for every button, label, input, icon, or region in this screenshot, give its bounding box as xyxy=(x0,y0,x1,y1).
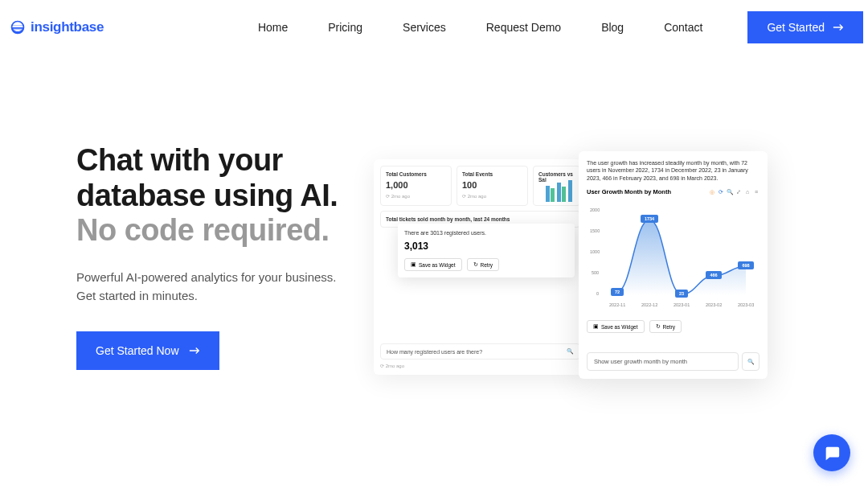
chat-widget-button[interactable] xyxy=(813,434,850,471)
main-nav: Home Pricing Services Request Demo Blog … xyxy=(258,21,703,34)
arrow-right-icon xyxy=(189,347,200,355)
hero-title-line1: Chat with your xyxy=(76,143,283,177)
mini-bar-chart xyxy=(544,178,576,202)
arrow-right-icon xyxy=(833,23,844,31)
chart-save-widget-button[interactable]: ▣ Save as Widget xyxy=(587,320,645,333)
get-started-button[interactable]: Get Started xyxy=(747,11,863,43)
nav-pricing[interactable]: Pricing xyxy=(328,21,362,34)
svg-text:698: 698 xyxy=(742,263,749,268)
stat-card-customers: Total Customers 1,000 ⟳ 2mo ago xyxy=(380,166,452,206)
expand-icon[interactable]: ⤢ xyxy=(735,189,742,195)
svg-text:1500: 1500 xyxy=(590,228,600,233)
logo[interactable]: insightbase xyxy=(10,19,104,35)
svg-text:466: 466 xyxy=(710,273,717,277)
chart-svg: 2000 1500 1000 500 0 2022-11 2022-12 202… xyxy=(587,200,760,313)
svg-text:1000: 1000 xyxy=(590,249,600,254)
nav-contact[interactable]: Contact xyxy=(664,21,702,34)
search-icon: 🔍 xyxy=(567,348,574,355)
svg-text:2022-11: 2022-11 xyxy=(609,302,625,307)
svg-text:2023-03: 2023-03 xyxy=(738,302,754,307)
svg-text:0: 0 xyxy=(596,291,599,296)
get-started-now-label: Get Started Now xyxy=(96,344,179,357)
chat-icon xyxy=(823,444,841,462)
logo-text: insightbase xyxy=(31,19,104,35)
svg-text:2000: 2000 xyxy=(590,208,600,212)
dashboard-footer-meta: ⟳ 2mo ago xyxy=(380,363,580,368)
save-as-widget-button[interactable]: ▣ Save as Widget xyxy=(404,258,462,271)
svg-rect-1 xyxy=(551,188,555,202)
svg-rect-2 xyxy=(557,183,561,202)
svg-text:500: 500 xyxy=(592,270,599,275)
nav-request-demo[interactable]: Request Demo xyxy=(486,21,561,34)
svg-text:23: 23 xyxy=(679,291,684,296)
hero-subtitle: No code required. xyxy=(76,213,330,247)
chart-toolbar: ◎ ⟳ 🔍 ⤢ ⌂ ≡ xyxy=(709,189,760,195)
svg-text:2023-02: 2023-02 xyxy=(706,302,722,307)
dashboard-query-input[interactable]: How many registered users are there? 🔍 xyxy=(380,343,580,360)
chart-description: The user growth has increased steadily m… xyxy=(587,159,760,182)
nav-blog[interactable]: Blog xyxy=(601,21,624,34)
target-icon[interactable]: ◎ xyxy=(709,189,715,195)
answer-value: 3,013 xyxy=(404,240,568,252)
answer-text: There are 3013 registered users. xyxy=(404,230,568,236)
svg-rect-4 xyxy=(568,180,572,202)
hero-illustration: Total Customers 1,000 ⟳ 2mo ago Total Ev… xyxy=(374,143,800,433)
get-started-label: Get Started xyxy=(767,21,825,34)
chart-search-button[interactable]: 🔍 xyxy=(742,352,760,371)
search-icon[interactable]: 🔍 xyxy=(727,189,733,195)
svg-text:1734: 1734 xyxy=(645,216,655,221)
stat-card-bars: Customers vs Sal xyxy=(533,166,580,206)
svg-rect-0 xyxy=(546,186,550,202)
get-started-now-button[interactable]: Get Started Now xyxy=(76,331,219,370)
svg-text:2022-12: 2022-12 xyxy=(641,302,657,307)
svg-rect-3 xyxy=(562,187,566,202)
nav-home[interactable]: Home xyxy=(258,21,288,34)
logo-icon xyxy=(10,19,26,35)
chart-query-input[interactable]: Show user growth month by month xyxy=(587,352,739,371)
hero-copy: Chat with your database using AI. No cod… xyxy=(76,143,366,433)
svg-text:2023-01: 2023-01 xyxy=(674,302,690,307)
hero-title: Chat with your database using AI. No cod… xyxy=(76,143,366,249)
home-icon[interactable]: ⌂ xyxy=(744,189,751,195)
answer-modal: There are 3013 registered users. 3,013 ▣… xyxy=(398,224,575,277)
retry-button[interactable]: ↻ Retry xyxy=(467,258,500,271)
hero-paragraph: Powerful AI-powered analytics for your b… xyxy=(76,268,366,306)
nav-services[interactable]: Services xyxy=(403,21,446,34)
refresh-icon[interactable]: ⟳ xyxy=(718,189,724,195)
menu-icon[interactable]: ≡ xyxy=(753,189,760,195)
chart-retry-button[interactable]: ↻ Retry xyxy=(649,320,682,333)
stat-card-events: Total Events 100 ⟳ 2mo ago xyxy=(457,166,528,206)
hero-title-line2: database using AI. xyxy=(76,179,338,212)
chart-title: User Growth Month by Month xyxy=(587,188,671,195)
chart-preview: The user growth has increased steadily m… xyxy=(579,151,768,379)
svg-text:72: 72 xyxy=(615,290,620,294)
